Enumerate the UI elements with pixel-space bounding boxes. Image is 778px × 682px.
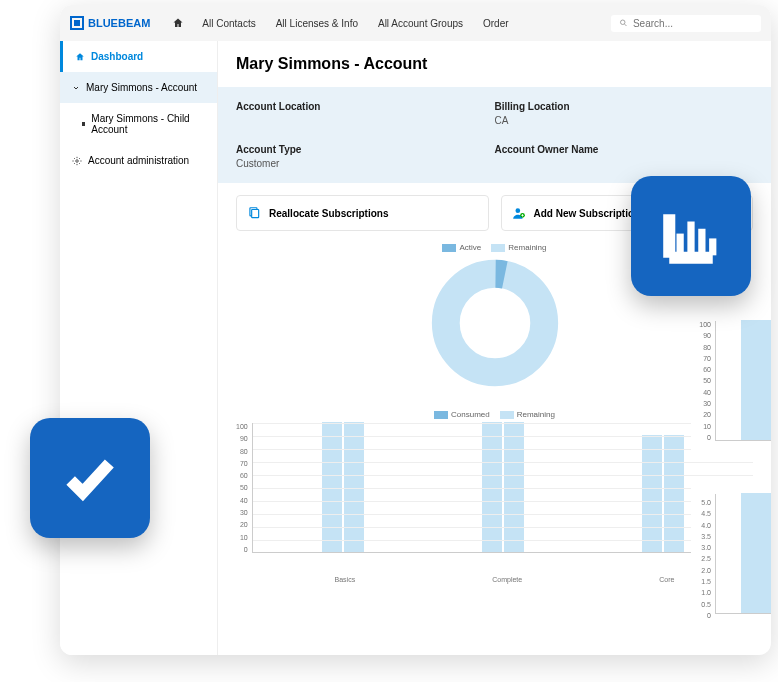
- rc1-bar: [741, 320, 771, 440]
- bar-core: [633, 435, 693, 552]
- account-owner: Account Owner Name: [495, 144, 754, 169]
- donut-svg: [430, 258, 560, 388]
- swatch-icon: [491, 244, 505, 252]
- nav-all-groups[interactable]: All Account Groups: [378, 18, 463, 29]
- bar-complete: [473, 422, 533, 552]
- chart-tile: [631, 176, 751, 296]
- bar-plot: [252, 423, 753, 553]
- nav-all-contacts[interactable]: All Contacts: [202, 18, 255, 29]
- copy-icon: [247, 206, 261, 220]
- chevron-down-icon: [72, 84, 80, 92]
- svg-rect-12: [687, 222, 694, 256]
- svg-line-1: [625, 24, 627, 26]
- nav-all-licenses[interactable]: All Licenses & Info: [276, 18, 358, 29]
- add-user-icon: [512, 206, 526, 220]
- rc2-label: Registered: [715, 614, 771, 624]
- legend-remaining: Remaining: [491, 243, 546, 252]
- bar-chart-main: 100 90 80 70 60 50 40 30 20 10 0: [236, 423, 753, 573]
- sidebar-admin-label: Account administration: [88, 155, 189, 166]
- home-icon: [75, 52, 85, 62]
- sidebar-child-account[interactable]: Mary Simmons - Child Account: [60, 103, 217, 145]
- svg-point-0: [620, 20, 624, 24]
- svg-point-7: [445, 274, 543, 372]
- svg-rect-14: [709, 238, 716, 255]
- rc2-plot: [715, 494, 771, 614]
- sidebar-account[interactable]: Mary Simmons - Account: [60, 72, 217, 103]
- sidebar-account-label: Mary Simmons - Account: [86, 82, 197, 93]
- svg-point-2: [76, 159, 79, 162]
- search-input[interactable]: [633, 18, 753, 29]
- sidebar: Dashboard Mary Simmons - Account Mary Si…: [60, 41, 218, 655]
- svg-rect-4: [252, 210, 259, 218]
- legend-remaining-2: Remaining: [500, 410, 555, 419]
- logo-icon: [70, 16, 84, 30]
- rc2-bar: [741, 493, 771, 613]
- swatch-icon: [434, 411, 448, 419]
- bar-basics: [313, 422, 373, 552]
- account-owner-label: Account Owner Name: [495, 144, 754, 155]
- home-icon[interactable]: [172, 17, 184, 29]
- account-location-label: Account Location: [236, 101, 495, 112]
- rc1-plot: [715, 321, 771, 441]
- app-window: BLUEBEAM All Contacts All Licenses & Inf…: [60, 5, 771, 655]
- account-type-label: Account Type: [236, 144, 495, 155]
- check-tile: [30, 418, 150, 538]
- sidebar-admin[interactable]: Account administration: [60, 145, 217, 176]
- svg-rect-11: [677, 234, 684, 256]
- svg-point-5: [515, 208, 520, 213]
- topbar: BLUEBEAM All Contacts All Licenses & Inf…: [60, 5, 771, 41]
- legend-active: Active: [442, 243, 481, 252]
- page-title: Mary Simmons - Account: [218, 41, 771, 87]
- content-area: Mary Simmons - Account Account Location …: [218, 41, 771, 655]
- reallocate-button[interactable]: Reallocate Subscriptions: [236, 195, 489, 231]
- billing-location-label: Billing Location: [495, 101, 754, 112]
- y-axis: 100 90 80 70 60 50 40 30 20 10 0: [236, 423, 252, 553]
- gear-icon: [72, 156, 82, 166]
- account-info-panel: Account Location Billing Location CA Acc…: [218, 87, 771, 183]
- rc2-y-axis: 5.0 4.5 4.0 3.5 3.0 2.5 2.0 1.5 1.0 0.5 …: [691, 499, 711, 619]
- reallocate-label: Reallocate Subscriptions: [269, 208, 388, 219]
- rc2-legend: Re: [691, 481, 771, 490]
- account-type-value: Customer: [236, 158, 495, 169]
- billing-location: Billing Location CA: [495, 101, 754, 126]
- x-axis-labels: Basics Complete Core: [256, 573, 753, 583]
- brand-text: BLUEBEAM: [88, 17, 150, 29]
- billing-location-value: CA: [495, 115, 754, 126]
- sidebar-dashboard-label: Dashboard: [91, 51, 143, 62]
- brand-logo[interactable]: BLUEBEAM: [70, 16, 150, 30]
- rc1-label: Basic Tier: [715, 441, 771, 451]
- check-icon: [61, 449, 119, 507]
- bar-legend: Consumed Remaining: [236, 410, 753, 419]
- add-subscription-label: Add New Subscription: [534, 208, 641, 219]
- svg-rect-13: [698, 229, 705, 256]
- account-type: Account Type Customer: [236, 144, 495, 169]
- right-charts: 100 90 80 70 60 50 40 30 20 10 0: [691, 321, 771, 654]
- swatch-icon: [442, 244, 456, 252]
- swatch-icon: [500, 411, 514, 419]
- sidebar-dashboard[interactable]: Dashboard: [60, 41, 217, 72]
- legend-consumed: Consumed: [434, 410, 490, 419]
- nav-order[interactable]: Order: [483, 18, 509, 29]
- rc1-y-axis: 100 90 80 70 60 50 40 30 20 10 0: [691, 321, 711, 441]
- sidebar-child-label: Mary Simmons - Child Account: [91, 113, 205, 135]
- right-chart-1: 100 90 80 70 60 50 40 30 20 10 0: [691, 321, 771, 451]
- bullet-icon: [82, 122, 85, 126]
- right-chart-2: Re 5.0 4.5 4.0 3.5 3.0 2.5 2.0 1.5 1.0 0…: [691, 481, 771, 624]
- account-location: Account Location: [236, 101, 495, 126]
- search-box[interactable]: [611, 15, 761, 32]
- search-icon: [619, 18, 628, 28]
- bar-chart-icon: [662, 207, 720, 265]
